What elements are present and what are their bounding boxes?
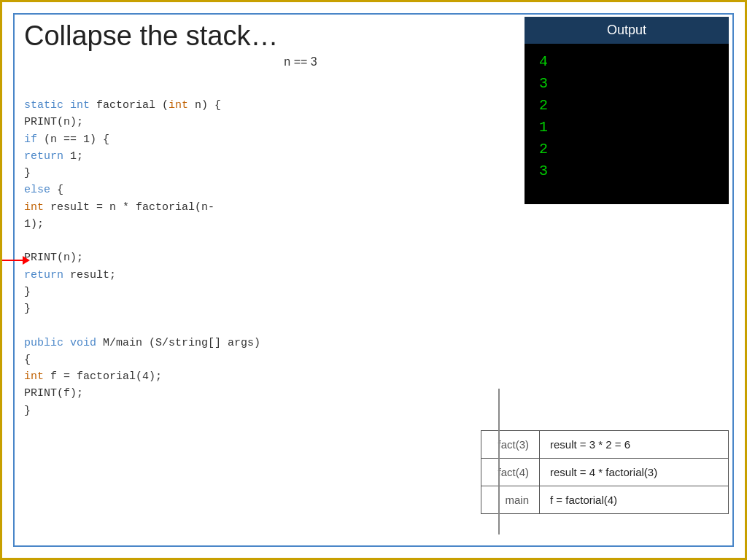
code-line-10: return result; [24, 267, 476, 284]
arrow-head [23, 256, 30, 265]
stack-label-main: main [481, 486, 540, 514]
code-text-13a [63, 337, 70, 349]
code-line-6: else { [24, 182, 476, 198]
stack-label-fact4: fact(4) [481, 459, 540, 486]
vertical-divider [498, 389, 500, 534]
code-line-blank2 [24, 317, 476, 334]
code-line-16: PRINT(f); [24, 385, 476, 402]
stack-row-main: main f = factorial(4) [481, 486, 729, 514]
output-num-1: 4 [539, 51, 714, 73]
code-area: static int factorial (int n) { PRINT(n);… [24, 97, 476, 419]
code-line-7: int result = n * factorial(n- [24, 199, 476, 216]
keyword-static: static int [24, 99, 90, 112]
code-text-16: PRINT(f); [24, 387, 83, 400]
slide-container: Collapse the stack… n == 3 static int fa… [0, 0, 747, 560]
stack-table: fact(3) result = 3 * 2 = 6 fact(4) resul… [481, 430, 729, 514]
code-line-3: if (n == 1) { [24, 131, 476, 148]
stack-row-fact3: fact(3) result = 3 * 2 = 6 [481, 431, 729, 459]
code-line-13: public void M/main (S/string[] args) [24, 335, 476, 351]
output-num-3: 2 [539, 95, 714, 117]
code-line-blank [24, 233, 476, 249]
code-text-9: PRINT(n); [24, 252, 83, 264]
keyword-return-2: return [24, 269, 63, 281]
stack-value-main: f = factorial(4) [540, 486, 729, 514]
output-body: 4 3 2 1 2 3 [525, 44, 729, 204]
code-line-14: { [24, 351, 476, 368]
code-line-2: PRINT(n); [24, 114, 476, 131]
stack-value-fact3: result = 3 * 2 = 6 [540, 431, 729, 459]
code-line-1: static int factorial (int n) { [24, 97, 476, 114]
keyword-else: else [24, 184, 50, 196]
code-line-17: } [24, 402, 476, 419]
code-line-12: } [24, 300, 476, 317]
arrow-line [2, 260, 23, 261]
output-num-5: 2 [539, 139, 714, 160]
code-text-12: } [24, 303, 31, 315]
code-line-11: } [24, 284, 476, 300]
red-arrow [2, 256, 30, 265]
output-num-2: 3 [539, 73, 714, 95]
stack-row-fact4: fact(4) result = 4 * factorial(3) [481, 459, 729, 486]
output-num-4: 1 [539, 117, 714, 139]
keyword-int-param: int [169, 99, 188, 112]
code-line-5: } [24, 165, 476, 182]
code-line-8: 1); [24, 216, 476, 233]
code-line-4: return 1; [24, 148, 476, 165]
code-text-15b: f = factorial(4); [44, 370, 162, 383]
keyword-void: void [70, 337, 96, 349]
keyword-public: public [24, 337, 63, 349]
code-text-5: } [24, 167, 31, 179]
keyword-return-1: return [24, 150, 63, 163]
code-text-1b: n) { [188, 99, 221, 112]
output-num-6: 3 [539, 160, 714, 182]
code-text-14: { [24, 354, 31, 366]
code-text-3: (n == 1) { [37, 133, 109, 146]
code-text-4: 1; [63, 150, 83, 163]
code-text-11: } [24, 286, 31, 298]
code-text-2: PRINT(n); [24, 116, 83, 128]
code-text-6: { [50, 184, 63, 196]
keyword-int-f: int [24, 370, 44, 383]
code-text-10: result; [63, 269, 116, 281]
stack-label-fact3: fact(3) [481, 431, 540, 459]
keyword-if: if [24, 133, 37, 146]
keyword-int-result: int [24, 201, 44, 214]
code-text-17: } [24, 405, 31, 417]
code-line-9: PRINT(n); [24, 249, 476, 266]
code-text-8: 1); [24, 218, 44, 230]
code-text-13b: M/main (S/string[] args) [96, 337, 260, 349]
output-panel: Output 4 3 2 1 2 3 [525, 17, 729, 204]
code-text-7b: result = n * factorial(n- [44, 201, 214, 214]
code-line-15: int f = factorial(4); [24, 368, 476, 385]
code-text-1: factorial ( [96, 99, 169, 112]
output-header: Output [525, 17, 729, 44]
stack-value-fact4: result = 4 * factorial(3) [540, 459, 729, 486]
